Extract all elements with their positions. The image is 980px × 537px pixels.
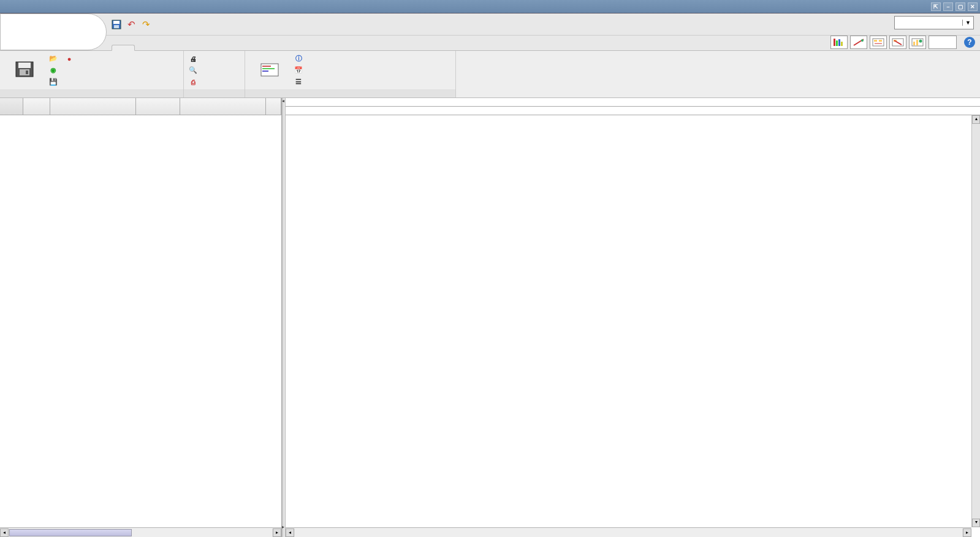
svg-rect-26 [262, 68, 275, 69]
col-header-start[interactable] [180, 98, 266, 115]
svg-rect-23 [26, 70, 28, 74]
svg-point-8 [861, 39, 864, 42]
save-as-icon: 💾 [49, 78, 58, 86]
app-logo[interactable] [0, 13, 107, 50]
ribbon: 📂 ◉ 💾 ● 🖨 🔍 ⎙ ⓘ [0, 51, 980, 98]
svg-rect-25 [262, 66, 271, 67]
col-header-dauer[interactable] [136, 98, 180, 115]
scroll-up-icon[interactable]: ▴ [972, 115, 980, 124]
close-dot-icon: ● [65, 55, 74, 63]
svg-rect-21 [18, 63, 31, 68]
undo-icon[interactable]: ↶ [126, 20, 136, 29]
svg-rect-2 [114, 25, 119, 28]
scroll-left-icon[interactable]: ◂ [0, 528, 9, 537]
gantt-body[interactable] [286, 115, 980, 537]
col-header-name[interactable] [50, 98, 136, 115]
save-as-button[interactable]: 💾 [49, 77, 60, 87]
maximize-icon[interactable]: ▢ [955, 2, 965, 11]
information-button[interactable]: ⓘ [294, 53, 305, 64]
svg-rect-4 [836, 40, 838, 46]
restore-up-icon[interactable]: ⇱ [931, 2, 941, 11]
svg-rect-9 [873, 39, 884, 46]
scroll-right-icon[interactable]: ▸ [273, 528, 281, 537]
view-toolbar: ? [830, 36, 975, 49]
redo-icon[interactable]: ↷ [141, 20, 151, 29]
svg-rect-11 [879, 40, 882, 42]
gantt-vscroll: ▴ ▾ [971, 115, 980, 527]
ribbon-group-label-projekte [245, 90, 455, 97]
svg-line-15 [894, 40, 902, 45]
task-grid-header [0, 98, 281, 115]
printer-icon: 🖨 [189, 55, 197, 63]
pdf-icon: ⎙ [189, 78, 197, 86]
col-header-extra[interactable] [266, 98, 281, 115]
resource-sheet-icon[interactable] [850, 36, 867, 49]
dialog-icon: ☰ [294, 78, 303, 86]
histogram-icon[interactable] [909, 36, 926, 49]
no-filter-icon[interactable] [889, 36, 906, 49]
project-selector[interactable]: ▼ [894, 16, 974, 29]
open-button[interactable]: 📂 [49, 53, 60, 64]
ribbon-group-label-datei [0, 90, 183, 97]
calendar-button[interactable]: 📅 [294, 65, 305, 75]
network-view-icon[interactable] [870, 36, 887, 49]
info-icon: ⓘ [294, 55, 303, 63]
search-field[interactable] [929, 36, 957, 49]
scroll-track[interactable] [295, 528, 962, 537]
tab-ressourcen[interactable] [157, 45, 179, 50]
new-button[interactable]: ◉ [49, 65, 60, 75]
scroll-left-icon[interactable]: ◂ [286, 528, 294, 537]
pdf-button[interactable]: ⎙ [189, 77, 200, 87]
chevron-down-icon: ▼ [962, 20, 971, 26]
quick-access-bar: ↶ ↷ ▼ [0, 13, 980, 36]
ribbon-tabs: ? [0, 36, 980, 51]
gantt-chart: ▴ ▾ ◂ ▸ [286, 98, 980, 537]
svg-rect-5 [838, 39, 840, 46]
window-titlebar: ⇱ – ▢ ✕ [0, 0, 980, 13]
task-grid: ◂ ▸ [0, 98, 282, 537]
svg-rect-10 [874, 40, 877, 42]
tab-ansichten[interactable] [179, 45, 201, 50]
timeline-header [286, 98, 980, 115]
svg-rect-17 [913, 42, 915, 45]
tab-vorgang[interactable] [135, 45, 157, 50]
close-icon[interactable]: ✕ [968, 2, 978, 11]
help-icon[interactable]: ? [964, 37, 975, 48]
save-icon[interactable] [112, 20, 121, 29]
folder-open-icon: 📂 [49, 55, 58, 63]
svg-rect-6 [841, 42, 843, 46]
window-controls: ⇱ – ▢ ✕ [931, 2, 978, 11]
scroll-down-icon[interactable]: ▾ [972, 519, 980, 527]
gantt-color-icon[interactable] [830, 36, 848, 49]
ribbon-group-label-drucken [184, 90, 245, 97]
workspace: ◂ ▸ ▴ ▾ ◂ ▸ [0, 98, 980, 537]
grid-hscroll: ◂ ▸ [0, 527, 281, 537]
minimize-icon[interactable]: – [943, 2, 953, 11]
tab-datei[interactable] [112, 45, 135, 51]
calendar-icon: 📅 [294, 66, 303, 75]
projects-dialog-button[interactable]: ☰ [294, 77, 305, 87]
svg-point-19 [919, 40, 922, 43]
preview-button[interactable]: 🔍 [189, 65, 200, 75]
new-doc-icon: ◉ [49, 66, 58, 75]
col-header-info[interactable] [23, 98, 50, 115]
scroll-track[interactable] [9, 528, 272, 537]
svg-rect-3 [834, 39, 835, 46]
svg-rect-18 [916, 40, 918, 45]
scroll-thumb[interactable] [9, 529, 132, 536]
svg-rect-1 [113, 21, 120, 24]
close-button[interactable]: ● [65, 53, 76, 64]
svg-rect-27 [262, 70, 268, 72]
scroll-right-icon[interactable]: ▸ [963, 528, 971, 537]
task-grid-body[interactable] [0, 115, 281, 527]
print-button[interactable]: 🖨 [189, 53, 200, 64]
col-header-row[interactable] [0, 98, 23, 115]
projects-button[interactable] [250, 53, 289, 85]
gantt-hscroll: ◂ ▸ [286, 527, 971, 537]
magnifier-icon: 🔍 [189, 66, 197, 75]
save-button[interactable] [5, 53, 44, 85]
